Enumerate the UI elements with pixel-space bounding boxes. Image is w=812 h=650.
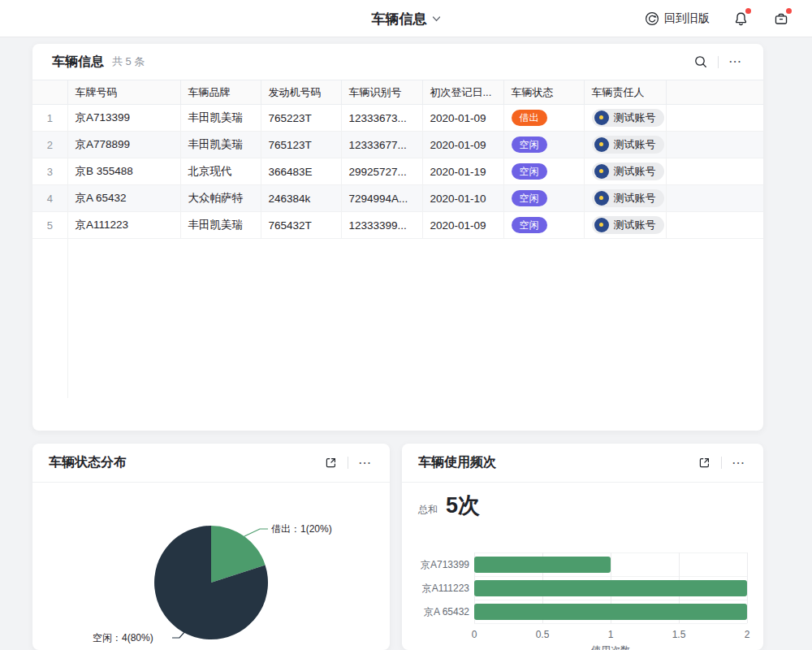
divider (718, 56, 719, 68)
search-icon (693, 54, 708, 69)
table-row[interactable]: 3 京B 355488 北京现代 366483E 29925727... 202… (32, 158, 763, 185)
cell-vin: 29925727... (341, 158, 422, 185)
cell-brand: 大众帕萨特 (180, 185, 261, 212)
cell-engine: 366483E (261, 158, 341, 185)
status-badge: 空闲 (512, 217, 547, 233)
usage-bar-card: 车辆使用频次 ⋯ 总和 5次 00.511.52京A713399京A111223… (402, 444, 763, 650)
table-row[interactable]: 5 京A111223 丰田凯美瑞 765432T 12333399... 202… (32, 212, 763, 239)
owner-pill: 测试账号 (592, 216, 664, 234)
cell-brand: 丰田凯美瑞 (180, 105, 261, 132)
owner-pill: 测试账号 (592, 109, 664, 127)
row-index: 3 (32, 158, 67, 185)
page-title-dropdown[interactable]: 车辆信息 (372, 0, 441, 37)
pie-card-title: 车辆状态分布 (49, 454, 127, 471)
owner-pill: 测试账号 (592, 136, 664, 154)
header-vin[interactable]: 车辆识别号 (341, 80, 422, 105)
gridline-vertical (747, 552, 748, 623)
notifications-button[interactable] (731, 9, 750, 28)
avatar (594, 191, 609, 206)
cell-vin: 12333399... (341, 212, 422, 239)
cell-empty (666, 185, 763, 212)
table-card-header: 车辆信息 共 5 条 ⋯ (32, 44, 763, 80)
table-card-title: 车辆信息 (52, 54, 104, 71)
notification-dot (745, 8, 751, 14)
pie-more-button[interactable]: ⋯ (356, 457, 374, 470)
x-axis-tick: 0.5 (536, 629, 550, 640)
cell-reg-date: 2020-01-09 (422, 105, 503, 132)
vehicle-table-card: 车辆信息 共 5 条 ⋯ 车牌号码 车辆品牌 发动机号码 (32, 44, 763, 431)
cell-vin: 12333677... (341, 132, 422, 158)
bar-京A713399[interactable] (474, 557, 611, 573)
workbench-button[interactable] (771, 9, 791, 28)
x-axis-tick: 0 (472, 629, 477, 640)
header-empty (666, 80, 763, 105)
total-value: 5次 (446, 491, 480, 520)
x-axis-tick: 1.5 (672, 629, 686, 640)
cell-plate: 京A111223 (67, 212, 180, 239)
cell-engine: 765123T (261, 132, 341, 158)
bar-more-button[interactable]: ⋯ (730, 457, 747, 470)
table-more-button[interactable]: ⋯ (727, 55, 744, 68)
category-label: 京A 65432 (402, 605, 469, 618)
header-engine[interactable]: 发动机号码 (261, 80, 341, 105)
bar-card-header: 车辆使用频次 ⋯ (402, 444, 763, 483)
bar-京A 65432[interactable] (474, 604, 747, 620)
expand-chart-button[interactable] (695, 454, 713, 472)
cell-reg-date: 2020-01-19 (422, 158, 503, 185)
table-row[interactable]: 2 京A778899 丰田凯美瑞 765123T 12333677... 202… (32, 132, 763, 158)
record-count: 共 5 条 (112, 54, 145, 69)
category-label: 京A713399 (402, 558, 469, 571)
cell-plate: 京B 355488 (67, 158, 180, 185)
leader-line-idle (172, 631, 185, 638)
bar-京A111223[interactable] (474, 580, 747, 596)
cell-plate: 京A713399 (67, 105, 180, 132)
cell-brand: 北京现代 (180, 158, 261, 185)
owner-name: 测试账号 (614, 137, 656, 152)
search-button[interactable] (692, 53, 710, 71)
owner-name: 测试账号 (614, 191, 656, 206)
status-pie-chart: 借出：1(20%) 空闲：4(80%) (32, 483, 390, 650)
table-row[interactable]: 1 京A713399 丰田凯美瑞 765223T 12333673... 202… (32, 105, 763, 132)
cell-engine: 765432T (261, 212, 341, 239)
cell-reg-date: 2020-01-09 (422, 212, 503, 239)
open-in-new-icon (324, 456, 338, 470)
header-owner[interactable]: 车辆责任人 (584, 80, 666, 105)
x-axis-tick: 1 (608, 629, 614, 640)
back-to-old-version-button[interactable]: 回到旧版 (645, 11, 710, 26)
revert-icon (645, 11, 659, 26)
header-reg-date[interactable]: 初次登记日... (422, 80, 503, 105)
cell-plate: 京A 65432 (67, 185, 180, 212)
header-brand[interactable]: 车辆品牌 (180, 80, 261, 105)
cell-reg-date: 2020-01-10 (422, 185, 503, 212)
header-status[interactable]: 车辆状态 (503, 80, 584, 105)
avatar (594, 164, 609, 179)
divider (348, 457, 348, 469)
pie-label-idle: 空闲：4(80%) (93, 632, 153, 644)
open-in-new-icon (698, 456, 711, 470)
cell-engine: 246384k (261, 185, 341, 212)
table-row[interactable]: 4 京A 65432 大众帕萨特 246384k 7294994A... 202… (32, 185, 763, 212)
page-title: 车辆信息 (372, 10, 427, 28)
pie-label-lent: 借出：1(20%) (271, 523, 332, 535)
chevron-down-icon (433, 16, 441, 22)
cell-vin: 7294994A... (341, 185, 422, 212)
avatar (594, 137, 609, 152)
cell-empty (666, 105, 763, 132)
cell-plate: 京A778899 (67, 132, 180, 158)
cell-empty (666, 212, 763, 239)
pie-card-header: 车辆状态分布 ⋯ (32, 444, 390, 483)
avatar (594, 218, 609, 232)
index-column-divider (67, 238, 68, 398)
topbar: 车辆信息 回到旧版 (0, 0, 812, 37)
vehicle-table: 车牌号码 车辆品牌 发动机号码 车辆识别号 初次登记日... 车辆状态 车辆责任… (32, 80, 763, 239)
usage-total: 总和 5次 (418, 491, 480, 520)
header-index (32, 80, 67, 105)
header-plate[interactable]: 车牌号码 (67, 80, 180, 105)
row-index: 1 (32, 105, 67, 132)
expand-chart-button[interactable] (322, 454, 339, 472)
row-index: 5 (32, 212, 67, 239)
gridline-horizontal (474, 623, 747, 624)
owner-name: 测试账号 (614, 110, 656, 125)
cell-engine: 765223T (261, 105, 341, 132)
owner-pill: 测试账号 (592, 189, 664, 207)
